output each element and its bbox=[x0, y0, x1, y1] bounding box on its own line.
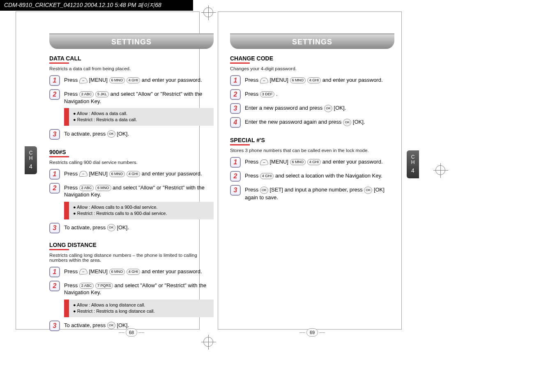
data-call-step-2: 2 Press 2 ABC 5 JKL and select "Allow" o… bbox=[49, 89, 214, 105]
step-badge-4: 4 bbox=[230, 117, 241, 128]
key-4-icon: 4 GHI bbox=[127, 171, 140, 177]
title-underline bbox=[49, 156, 69, 157]
chapter-tab-right: C H 4 bbox=[407, 150, 419, 178]
step-badge-2: 2 bbox=[49, 183, 60, 194]
section-title-long-distance: LONG DISTANCE bbox=[49, 242, 214, 248]
section-title-special: SPECIAL #'S bbox=[230, 137, 394, 143]
change-code-step-1: 1 Press – [MENU] 6 MNO 4 GHI and enter y… bbox=[230, 75, 394, 86]
nine-hundred-step-3: 3 To activate, press OK [OK]. bbox=[49, 223, 214, 233]
section-desc-900: Restricts calling 900 dial service numbe… bbox=[49, 160, 214, 165]
section-title-change-code: CHANGE CODE bbox=[230, 55, 394, 62]
step-badge-3: 3 bbox=[49, 223, 60, 233]
note-restrict: Restrict : Restricts a data call. bbox=[73, 117, 210, 123]
step-badge-3: 3 bbox=[49, 321, 60, 331]
note-box-long-distance: Allow : Allows a long distance call. Res… bbox=[64, 300, 214, 317]
registration-mark-top bbox=[203, 7, 213, 17]
special-step-2: 2 Press 4 GHI and select a location with… bbox=[230, 171, 394, 182]
step-text: Press – [MENU] 6 MNO 4 GHI and enter you… bbox=[64, 267, 202, 275]
key-6-icon: 6 MNO bbox=[109, 269, 125, 275]
nine-hundred-step-2: 2 Press 2 ABC 6 MNO and select "Allow" o… bbox=[49, 183, 214, 198]
step-badge-2: 2 bbox=[230, 171, 241, 182]
note-allow: Allow : Allows a long distance call. bbox=[73, 302, 210, 308]
ok-key-icon: OK bbox=[107, 322, 115, 329]
step-badge-1: 1 bbox=[49, 169, 60, 180]
section-desc-special: Stores 3 phone numbers that can be calle… bbox=[230, 148, 394, 153]
step-badge-1: 1 bbox=[49, 267, 60, 277]
key-2-icon: 2 ABC bbox=[79, 283, 94, 289]
key-5-icon: 5 JKL bbox=[95, 91, 109, 97]
section-title-data-call: DATA CALL bbox=[49, 55, 214, 62]
chapter-tab-num: 4 bbox=[407, 168, 419, 174]
key-4-icon: 4 GHI bbox=[260, 173, 274, 179]
note-box-data-call: Allow : Allows a data call. Restrict : R… bbox=[64, 108, 214, 126]
softkey-icon: – bbox=[79, 269, 88, 274]
change-code-step-2: 2 Press 3 DEF . bbox=[230, 89, 394, 100]
step-text: Press – [MENU] 6 MNO 4 GHI and enter you… bbox=[64, 169, 202, 178]
key-6-icon: 6 MNO bbox=[290, 77, 306, 83]
step-badge-3: 3 bbox=[49, 129, 60, 140]
section-title-900: 900#S bbox=[49, 149, 214, 155]
step-text: Enter a new password and press OK [OK]. bbox=[245, 103, 346, 112]
step-text: Press 2 ABC 6 MNO and select "Allow" or … bbox=[64, 183, 214, 198]
softkey-icon: – bbox=[260, 159, 268, 165]
step-text: Press 2 ABC 5 JKL and select "Allow" or … bbox=[64, 89, 214, 105]
long-distance-step-1: 1 Press – [MENU] 6 MNO 4 GHI and enter y… bbox=[49, 267, 214, 277]
title-underline bbox=[230, 62, 250, 64]
step-badge-2: 2 bbox=[49, 89, 60, 100]
key-6-icon: 6 MNO bbox=[95, 185, 111, 191]
title-underline bbox=[49, 249, 69, 250]
key-4-icon: 4 GHI bbox=[127, 269, 140, 275]
key-3-icon: 3 DEF bbox=[260, 91, 275, 97]
chapter-tab-left: C H 4 bbox=[25, 146, 37, 174]
key-4-icon: 4 GHI bbox=[307, 77, 321, 83]
softkey-icon: – bbox=[260, 78, 268, 83]
ok-key-icon: OK bbox=[343, 119, 351, 126]
change-code-step-3: 3 Enter a new password and press OK [OK]… bbox=[230, 103, 394, 114]
key-4-icon: 4 GHI bbox=[127, 77, 140, 83]
note-restrict: Restrict : Restricts calls to a 900-dial… bbox=[73, 210, 210, 217]
step-badge-1: 1 bbox=[230, 157, 241, 168]
step-text: Press 2 ABC 7 PQRS and select "Allow" or… bbox=[64, 281, 214, 296]
ok-key-icon: OK bbox=[364, 187, 372, 194]
page-right: C H 4 SETTINGS CHANGE CODE Changes your … bbox=[230, 23, 394, 334]
step-badge-2: 2 bbox=[230, 89, 241, 100]
key-2-icon: 2 ABC bbox=[79, 185, 94, 191]
step-text: Press OK [SET] and input a phone number,… bbox=[245, 185, 394, 201]
page-title-right: SETTINGS bbox=[230, 33, 394, 49]
step-text: Press 3 DEF . bbox=[245, 89, 278, 98]
key-4-icon: 4 GHI bbox=[307, 159, 321, 165]
special-step-1: 1 Press – [MENU] 6 MNO 4 GHI and enter y… bbox=[230, 157, 394, 168]
step-text: To activate, press OK [OK]. bbox=[64, 129, 129, 138]
file-header-bar: CDM-8910_CRICKET_041210 2004.12.10 5:48 … bbox=[0, 0, 193, 11]
step-badge-3: 3 bbox=[230, 185, 241, 196]
step-badge-1: 1 bbox=[49, 75, 60, 86]
section-desc-data-call: Restricts a data call from being placed. bbox=[49, 66, 214, 71]
key-7-icon: 7 PQRS bbox=[95, 283, 113, 289]
data-call-step-3: 3 To activate, press OK [OK]. bbox=[49, 129, 214, 140]
chapter-tab-h: H bbox=[25, 156, 37, 161]
note-allow: Allow : Allows calls to a 900-dial servi… bbox=[73, 204, 210, 210]
section-desc-change-code: Changes your 4-digit password. bbox=[230, 66, 394, 71]
title-underline bbox=[230, 144, 250, 145]
ok-key-icon: OK bbox=[260, 187, 268, 194]
change-code-step-4: 4 Enter the new password again and press… bbox=[230, 117, 394, 128]
softkey-icon: – bbox=[79, 78, 88, 83]
softkey-icon: – bbox=[79, 171, 88, 177]
step-text: Press 4 GHI and select a location with t… bbox=[245, 171, 382, 180]
note-restrict: Restrict : Restricts a long distance cal… bbox=[73, 308, 210, 314]
step-text: Enter the new password again and press O… bbox=[245, 117, 365, 126]
key-6-icon: 6 MNO bbox=[109, 171, 125, 177]
step-badge-2: 2 bbox=[49, 281, 60, 291]
page-title-left: SETTINGS bbox=[49, 33, 214, 49]
step-badge-3: 3 bbox=[230, 103, 241, 114]
page-left: C H 4 SETTINGS DATA CALL Restricts a dat… bbox=[49, 23, 214, 334]
page-spread: C H 4 SETTINGS DATA CALL Restricts a dat… bbox=[0, 11, 555, 334]
key-2-icon: 2 ABC bbox=[79, 91, 94, 97]
filename-stamp: CDM-8910_CRICKET_041210 2004.12.10 5:48 … bbox=[4, 2, 161, 8]
nine-hundred-step-1: 1 Press – [MENU] 6 MNO 4 GHI and enter y… bbox=[49, 169, 214, 180]
step-text: Press – [MENU] 6 MNO 4 GHI and enter you… bbox=[245, 75, 383, 84]
note-box-900: Allow : Allows calls to a 900-dial servi… bbox=[64, 202, 214, 219]
ok-key-icon: OK bbox=[107, 130, 115, 138]
step-text: To activate, press OK [OK]. bbox=[64, 223, 129, 232]
step-text: To activate, press OK [OK]. bbox=[64, 321, 129, 330]
